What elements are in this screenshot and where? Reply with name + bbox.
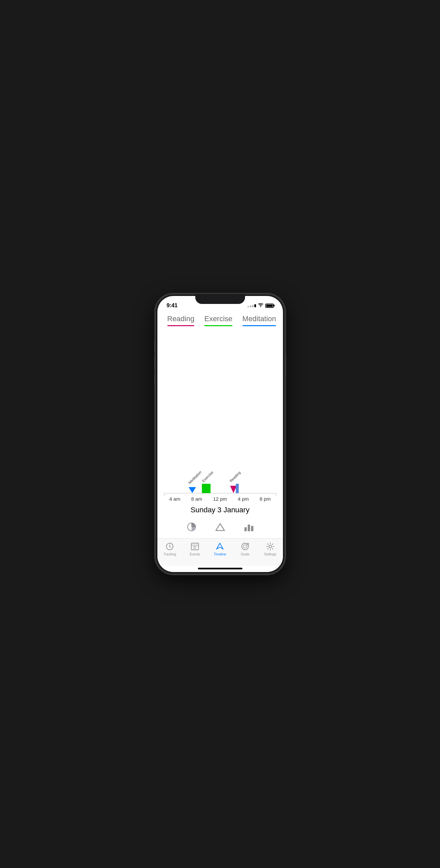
meditation-marker: Meditation	[188, 487, 196, 493]
timeline-area: Meditation Exercise Reading	[157, 432, 283, 538]
time-8pm: 8 pm	[260, 496, 271, 502]
reading-marker: Reading	[230, 484, 239, 493]
status-time: 9:41	[167, 302, 178, 309]
tab-events[interactable]: Events	[185, 542, 205, 556]
screen: 9:41	[157, 296, 283, 572]
axis-line	[164, 493, 276, 493]
reading-bar	[236, 484, 239, 493]
tracking-icon	[165, 542, 174, 551]
timeline-icon	[215, 542, 225, 551]
timeline-axis	[164, 493, 276, 493]
events-label: Events	[190, 553, 200, 556]
axis-tick-left	[164, 493, 165, 496]
tab-tracking[interactable]: Tracking	[160, 542, 180, 556]
svg-point-0	[260, 306, 261, 307]
time-4am: 4 am	[169, 496, 180, 502]
tracking-label: Tracking	[164, 553, 176, 556]
time-8am: 8 am	[191, 496, 202, 502]
tab-settings[interactable]: Settings	[260, 542, 280, 556]
view-icons	[157, 520, 283, 538]
status-icons	[247, 303, 274, 309]
meditation-triangle	[188, 487, 196, 493]
events-icon	[190, 542, 200, 551]
exercise-label: Exercise	[202, 470, 214, 483]
axis-tick-right	[276, 493, 276, 496]
tab-reading-label: Reading	[167, 315, 195, 325]
exercise-rect	[202, 484, 210, 493]
battery-icon	[265, 304, 274, 308]
svg-point-16	[243, 545, 247, 548]
goals-label: Goals	[241, 553, 250, 556]
bar-chart-icon[interactable]	[243, 521, 255, 533]
notch	[195, 294, 245, 304]
tab-exercise[interactable]: Exercise	[204, 315, 232, 326]
tab-meditation-label: Meditation	[242, 315, 276, 325]
tab-reading[interactable]: Reading	[167, 315, 195, 326]
date-label: Sunday 3 January	[157, 502, 283, 520]
reading-marker-shape	[230, 484, 239, 493]
svg-line-10	[170, 547, 171, 548]
time-12pm: 12 pm	[213, 496, 227, 502]
svg-rect-4	[244, 527, 247, 531]
timeline-tab-label: Timeline	[214, 553, 226, 556]
svg-point-20	[269, 545, 272, 548]
svg-rect-5	[248, 525, 250, 531]
signal-icon	[247, 304, 256, 307]
settings-icon	[266, 542, 275, 551]
tab-meditation[interactable]: Meditation	[242, 315, 276, 326]
tab-exercise-label: Exercise	[204, 315, 232, 325]
bottom-tab-bar: Tracking Events	[157, 538, 283, 566]
settings-label: Settings	[264, 553, 276, 556]
pie-chart-icon[interactable]	[186, 521, 198, 533]
wifi-icon	[258, 303, 263, 309]
svg-rect-11	[191, 543, 199, 550]
exercise-marker: Exercise	[202, 484, 210, 493]
goals-icon	[240, 542, 250, 551]
meditation-label: Meditation	[187, 470, 202, 485]
habit-tabs: Reading Exercise Meditation	[157, 311, 283, 326]
svg-rect-6	[251, 526, 253, 531]
event-markers-row: Meditation Exercise Reading	[164, 467, 276, 493]
reading-label: Reading	[229, 470, 241, 483]
home-indicator	[198, 568, 242, 569]
tab-goals[interactable]: Goals	[235, 542, 255, 556]
time-4pm: 4 pm	[238, 496, 249, 502]
main-content: Reading Exercise Meditation	[157, 311, 283, 538]
triangle-chart-icon[interactable]	[214, 521, 226, 533]
tab-timeline[interactable]: Timeline	[210, 542, 230, 556]
phone-frame: 9:41	[155, 294, 285, 574]
time-labels: 4 am 8 am 12 pm 4 pm 8 pm	[161, 493, 280, 502]
chart-area	[157, 326, 283, 432]
